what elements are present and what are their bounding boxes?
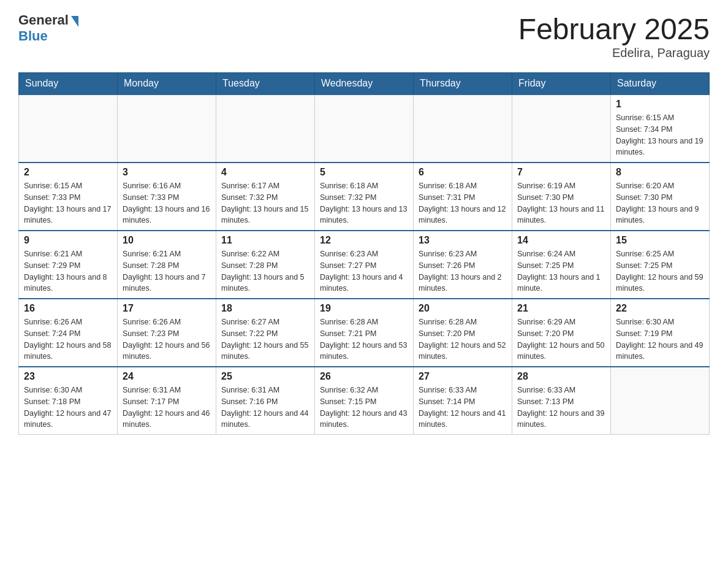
- day-number: 10: [123, 235, 211, 246]
- day-number: 7: [517, 167, 605, 178]
- day-info: Sunrise: 6:23 AMSunset: 7:26 PMDaylight:…: [419, 248, 507, 294]
- day-info: Sunrise: 6:19 AMSunset: 7:30 PMDaylight:…: [517, 180, 605, 226]
- calendar-cell: 14Sunrise: 6:24 AMSunset: 7:25 PMDayligh…: [512, 231, 611, 299]
- day-info: Sunrise: 6:27 AMSunset: 7:22 PMDaylight:…: [221, 316, 309, 362]
- weekday-header-monday: Monday: [118, 73, 216, 95]
- weekday-header-sunday: Sunday: [19, 73, 118, 95]
- day-info: Sunrise: 6:32 AMSunset: 7:15 PMDaylight:…: [320, 385, 408, 431]
- calendar-cell: 6Sunrise: 6:18 AMSunset: 7:31 PMDaylight…: [414, 163, 512, 231]
- day-info: Sunrise: 6:21 AMSunset: 7:29 PMDaylight:…: [24, 248, 112, 294]
- calendar-cell: 7Sunrise: 6:19 AMSunset: 7:30 PMDaylight…: [512, 163, 611, 231]
- calendar-cell: [414, 94, 512, 163]
- calendar-cell: 19Sunrise: 6:28 AMSunset: 7:21 PMDayligh…: [315, 299, 414, 367]
- calendar-cell: 5Sunrise: 6:18 AMSunset: 7:32 PMDaylight…: [315, 163, 414, 231]
- week-row-4: 23Sunrise: 6:30 AMSunset: 7:18 PMDayligh…: [19, 367, 710, 435]
- calendar-cell: 23Sunrise: 6:30 AMSunset: 7:18 PMDayligh…: [19, 367, 118, 435]
- day-info: Sunrise: 6:28 AMSunset: 7:21 PMDaylight:…: [320, 316, 408, 362]
- day-number: 13: [419, 235, 507, 246]
- day-number: 2: [24, 167, 112, 178]
- calendar-cell: [611, 367, 710, 435]
- day-info: Sunrise: 6:21 AMSunset: 7:28 PMDaylight:…: [123, 248, 211, 294]
- day-number: 27: [419, 371, 507, 382]
- calendar-cell: 24Sunrise: 6:31 AMSunset: 7:17 PMDayligh…: [118, 367, 216, 435]
- day-info: Sunrise: 6:20 AMSunset: 7:30 PMDaylight:…: [616, 180, 704, 226]
- day-info: Sunrise: 6:31 AMSunset: 7:17 PMDaylight:…: [123, 385, 211, 431]
- calendar-cell: 1Sunrise: 6:15 AMSunset: 7:34 PMDaylight…: [611, 94, 710, 163]
- calendar-cell: [216, 94, 315, 163]
- calendar-cell: 4Sunrise: 6:17 AMSunset: 7:32 PMDaylight…: [216, 163, 315, 231]
- day-info: Sunrise: 6:17 AMSunset: 7:32 PMDaylight:…: [221, 180, 309, 226]
- logo: General Blue: [18, 12, 78, 44]
- day-number: 3: [123, 167, 211, 178]
- weekday-header-tuesday: Tuesday: [216, 73, 315, 95]
- calendar-cell: [315, 94, 414, 163]
- day-number: 28: [517, 371, 605, 382]
- day-number: 14: [517, 235, 605, 246]
- day-info: Sunrise: 6:26 AMSunset: 7:23 PMDaylight:…: [123, 316, 211, 362]
- day-number: 19: [320, 303, 408, 314]
- day-number: 4: [221, 167, 309, 178]
- day-number: 17: [123, 303, 211, 314]
- day-number: 23: [24, 371, 112, 382]
- title-section: February 2025 Edelira, Paraguay: [518, 12, 710, 60]
- calendar-cell: 12Sunrise: 6:23 AMSunset: 7:27 PMDayligh…: [315, 231, 414, 299]
- calendar-cell: 2Sunrise: 6:15 AMSunset: 7:33 PMDaylight…: [19, 163, 118, 231]
- day-number: 15: [616, 235, 704, 246]
- day-number: 21: [517, 303, 605, 314]
- day-number: 24: [123, 371, 211, 382]
- day-info: Sunrise: 6:31 AMSunset: 7:16 PMDaylight:…: [221, 385, 309, 431]
- calendar-cell: 26Sunrise: 6:32 AMSunset: 7:15 PMDayligh…: [315, 367, 414, 435]
- calendar-cell: 17Sunrise: 6:26 AMSunset: 7:23 PMDayligh…: [118, 299, 216, 367]
- day-info: Sunrise: 6:30 AMSunset: 7:18 PMDaylight:…: [24, 385, 112, 431]
- calendar-cell: 16Sunrise: 6:26 AMSunset: 7:24 PMDayligh…: [19, 299, 118, 367]
- weekday-header-saturday: Saturday: [611, 73, 710, 95]
- day-number: 8: [616, 167, 704, 178]
- day-info: Sunrise: 6:33 AMSunset: 7:14 PMDaylight:…: [419, 385, 507, 431]
- calendar-cell: 21Sunrise: 6:29 AMSunset: 7:20 PMDayligh…: [512, 299, 611, 367]
- week-row-0: 1Sunrise: 6:15 AMSunset: 7:34 PMDaylight…: [19, 94, 710, 163]
- day-number: 16: [24, 303, 112, 314]
- day-info: Sunrise: 6:26 AMSunset: 7:24 PMDaylight:…: [24, 316, 112, 362]
- day-number: 5: [320, 167, 408, 178]
- logo-general-text: General: [18, 12, 69, 28]
- day-info: Sunrise: 6:30 AMSunset: 7:19 PMDaylight:…: [616, 316, 704, 362]
- day-info: Sunrise: 6:22 AMSunset: 7:28 PMDaylight:…: [221, 248, 309, 294]
- calendar-cell: [19, 94, 118, 163]
- calendar-table: SundayMondayTuesdayWednesdayThursdayFrid…: [18, 72, 710, 435]
- day-info: Sunrise: 6:33 AMSunset: 7:13 PMDaylight:…: [517, 385, 605, 431]
- calendar-cell: 3Sunrise: 6:16 AMSunset: 7:33 PMDaylight…: [118, 163, 216, 231]
- calendar-cell: 22Sunrise: 6:30 AMSunset: 7:19 PMDayligh…: [611, 299, 710, 367]
- day-info: Sunrise: 6:15 AMSunset: 7:34 PMDaylight:…: [616, 112, 704, 158]
- calendar-cell: 15Sunrise: 6:25 AMSunset: 7:25 PMDayligh…: [611, 231, 710, 299]
- calendar-cell: 11Sunrise: 6:22 AMSunset: 7:28 PMDayligh…: [216, 231, 315, 299]
- week-row-2: 9Sunrise: 6:21 AMSunset: 7:29 PMDaylight…: [19, 231, 710, 299]
- day-info: Sunrise: 6:24 AMSunset: 7:25 PMDaylight:…: [517, 248, 605, 294]
- calendar-cell: 13Sunrise: 6:23 AMSunset: 7:26 PMDayligh…: [414, 231, 512, 299]
- page-header: General Blue February 2025 Edelira, Para…: [18, 12, 710, 60]
- week-row-1: 2Sunrise: 6:15 AMSunset: 7:33 PMDaylight…: [19, 163, 710, 231]
- day-info: Sunrise: 6:23 AMSunset: 7:27 PMDaylight:…: [320, 248, 408, 294]
- calendar-cell: 18Sunrise: 6:27 AMSunset: 7:22 PMDayligh…: [216, 299, 315, 367]
- weekday-header-wednesday: Wednesday: [315, 73, 414, 95]
- day-info: Sunrise: 6:25 AMSunset: 7:25 PMDaylight:…: [616, 248, 704, 294]
- calendar-cell: 20Sunrise: 6:28 AMSunset: 7:20 PMDayligh…: [414, 299, 512, 367]
- day-number: 25: [221, 371, 309, 382]
- logo-arrow-icon: [71, 16, 78, 27]
- calendar-cell: [512, 94, 611, 163]
- week-row-3: 16Sunrise: 6:26 AMSunset: 7:24 PMDayligh…: [19, 299, 710, 367]
- calendar-cell: 27Sunrise: 6:33 AMSunset: 7:14 PMDayligh…: [414, 367, 512, 435]
- month-title: February 2025: [518, 12, 710, 46]
- weekday-header-row: SundayMondayTuesdayWednesdayThursdayFrid…: [19, 73, 710, 95]
- day-info: Sunrise: 6:16 AMSunset: 7:33 PMDaylight:…: [123, 180, 211, 226]
- calendar-cell: 9Sunrise: 6:21 AMSunset: 7:29 PMDaylight…: [19, 231, 118, 299]
- day-number: 11: [221, 235, 309, 246]
- day-info: Sunrise: 6:15 AMSunset: 7:33 PMDaylight:…: [24, 180, 112, 226]
- day-number: 12: [320, 235, 408, 246]
- day-info: Sunrise: 6:18 AMSunset: 7:31 PMDaylight:…: [419, 180, 507, 226]
- calendar-cell: 25Sunrise: 6:31 AMSunset: 7:16 PMDayligh…: [216, 367, 315, 435]
- day-info: Sunrise: 6:18 AMSunset: 7:32 PMDaylight:…: [320, 180, 408, 226]
- calendar-cell: 10Sunrise: 6:21 AMSunset: 7:28 PMDayligh…: [118, 231, 216, 299]
- weekday-header-friday: Friday: [512, 73, 611, 95]
- day-number: 6: [419, 167, 507, 178]
- day-number: 20: [419, 303, 507, 314]
